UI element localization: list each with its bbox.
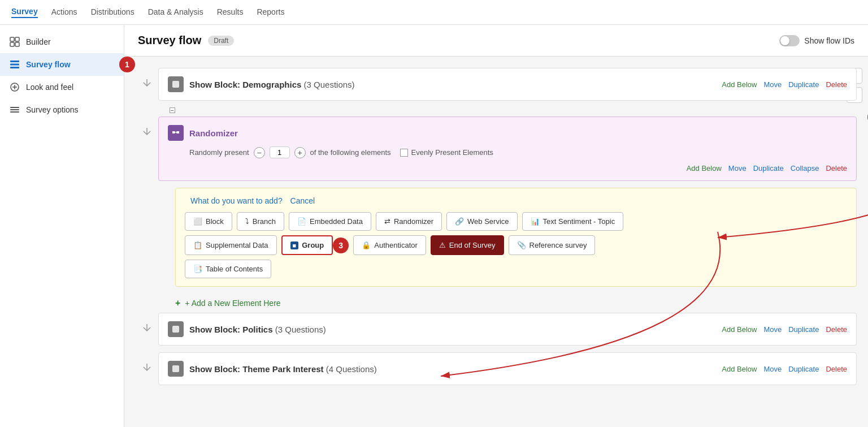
flow-arrow-randomizer xyxy=(141,117,158,138)
group-icon: ■ xyxy=(290,241,299,249)
theme-park-add-below[interactable]: Add Below xyxy=(722,365,757,373)
randomizer-add-below[interactable]: Add Below xyxy=(687,164,722,172)
politics-title: Show Block: Politics (3 Questions) xyxy=(189,325,326,334)
flow-arrow-demographics xyxy=(141,68,158,89)
sidebar: Builder Survey flow 1 Look and feel Surv… xyxy=(0,25,124,427)
svg-rect-6 xyxy=(10,67,19,68)
nav-actions[interactable]: Actions xyxy=(51,7,77,18)
add-reference-btn[interactable]: 📎 Reference survey xyxy=(509,235,596,255)
what-to-add-label: What do you want to add? xyxy=(190,196,283,205)
add-randomizer-btn[interactable]: ⇄ Randomizer xyxy=(376,212,442,231)
svg-rect-2 xyxy=(15,37,19,41)
flow-arrow-politics xyxy=(141,313,158,334)
nav-data-analysis[interactable]: Data & Analysis xyxy=(148,7,203,18)
evenly-present-checkbox[interactable] xyxy=(400,149,408,157)
add-group-btn[interactable]: ■ Group xyxy=(281,235,333,255)
add-embedded-btn[interactable]: 📄 Embedded Data xyxy=(289,212,371,231)
politics-move[interactable]: Move xyxy=(763,325,782,334)
randomizer-duplicate[interactable]: Duplicate xyxy=(753,164,784,172)
of-following-label: of the following elements xyxy=(310,148,391,157)
svg-rect-5 xyxy=(10,64,19,66)
randomizer-actions-footer: Add Below Move Duplicate Collapse Delete xyxy=(168,164,847,172)
svg-rect-3 xyxy=(15,42,19,46)
theme-park-delete[interactable]: Delete xyxy=(826,365,847,373)
add-end-survey-label: End of Survey xyxy=(449,241,496,249)
sidebar-label-options: Survey options xyxy=(26,105,79,114)
theme-park-block-icon xyxy=(168,361,184,377)
add-authenticator-btn[interactable]: 🔒 Authenticator xyxy=(353,235,426,255)
randomizer-collapse[interactable]: Collapse xyxy=(791,164,819,172)
flow-row-theme-park: Show Block: Theme Park Interest (4 Quest… xyxy=(141,352,857,385)
add-block-btn[interactable]: ⬜ Block xyxy=(185,212,232,231)
decrement-btn[interactable]: − xyxy=(254,147,265,158)
politics-actions: Add Below Move Duplicate Delete xyxy=(722,325,847,334)
sidebar-item-survey-options[interactable]: Survey options xyxy=(0,98,124,121)
randomizer-move[interactable]: Move xyxy=(728,164,747,172)
theme-park-block: Show Block: Theme Park Interest (4 Quest… xyxy=(158,352,857,385)
add-branch-btn[interactable]: ⤵ Branch xyxy=(237,212,284,231)
add-embedded-label: Embedded Data xyxy=(310,217,363,226)
sidebar-item-builder[interactable]: Builder xyxy=(0,31,124,53)
politics-delete[interactable]: Delete xyxy=(826,325,847,334)
nav-reports[interactable]: Reports xyxy=(257,7,284,18)
sidebar-item-look-feel[interactable]: Look and feel xyxy=(0,76,124,98)
demographics-add-below[interactable]: Add Below xyxy=(722,80,757,89)
sentiment-icon: 📊 xyxy=(531,217,540,226)
add-new-plus-icon: + xyxy=(175,298,180,308)
show-flow-ids-toggle[interactable] xyxy=(779,35,800,46)
add-sentiment-btn[interactable]: 📊 Text Sentiment - Topic xyxy=(522,212,624,231)
collapse-button[interactable]: − xyxy=(170,107,175,113)
page-title: Survey flow xyxy=(138,34,201,47)
demographics-block: Show Block: Demographics (3 Questions) A… xyxy=(158,68,857,101)
toc-icon: 📑 xyxy=(193,265,202,273)
add-auth-label: Authenticator xyxy=(374,241,418,249)
sidebar-item-survey-flow[interactable]: Survey flow 1 xyxy=(0,53,124,76)
politics-duplicate[interactable]: Duplicate xyxy=(788,325,819,334)
randomizer-title: Randomizer xyxy=(189,128,238,138)
demographics-title: Show Block: Demographics (3 Questions) xyxy=(189,80,355,89)
nav-results[interactable]: Results xyxy=(217,7,244,18)
svg-rect-10 xyxy=(10,111,19,113)
randomly-present-label: Randomly present xyxy=(189,148,249,157)
flow-row-politics: Show Block: Politics (3 Questions) Add B… xyxy=(141,313,857,346)
page-header: Survey flow Draft Show flow IDs xyxy=(124,25,868,57)
theme-park-move[interactable]: Move xyxy=(763,365,782,373)
look-icon xyxy=(9,81,20,93)
add-supplemental-btn[interactable]: 📋 Supplemental Data xyxy=(185,235,277,255)
add-new-element-row[interactable]: + + Add a New Element Here xyxy=(141,294,857,313)
add-toc-btn[interactable]: 📑 Table of Contents xyxy=(185,260,271,278)
add-end-survey-btn[interactable]: ⚠ End of Survey xyxy=(431,235,504,255)
flow-row-randomizer: Randomizer Randomly present − + of the f… xyxy=(141,117,857,181)
demographics-move[interactable]: Move xyxy=(763,80,782,89)
demographics-duplicate[interactable]: Duplicate xyxy=(788,80,819,89)
add-webservice-label: Web Service xyxy=(467,217,509,226)
nav-survey[interactable]: Survey xyxy=(11,7,38,18)
theme-park-duplicate[interactable]: Duplicate xyxy=(788,365,819,373)
add-buttons-row2: 📋 Supplemental Data ■ Group 3 🔒 Authenti… xyxy=(185,235,847,255)
add-block-label: Block xyxy=(206,217,224,226)
add-webservice-btn[interactable]: 🔗 Web Service xyxy=(446,212,517,231)
randomizer-delete[interactable]: Delete xyxy=(826,164,847,172)
collapse-indicator: − xyxy=(141,107,857,113)
increment-btn[interactable]: + xyxy=(294,147,306,158)
flow-icon xyxy=(9,59,20,70)
politics-block-icon xyxy=(168,321,184,337)
evenly-present-label: Evenly Present Elements xyxy=(411,148,493,157)
demographics-delete[interactable]: Delete xyxy=(826,80,847,89)
webservice-icon: 🔗 xyxy=(455,217,464,226)
sidebar-label-flow: Survey flow xyxy=(26,60,71,69)
add-toc-label: Table of Contents xyxy=(206,265,263,273)
add-group-label: Group xyxy=(302,241,324,249)
end-icon: ⚠ xyxy=(439,241,446,249)
annotation-3: 3 xyxy=(333,238,349,253)
nav-distributions[interactable]: Distributions xyxy=(91,7,134,18)
svg-rect-15 xyxy=(172,326,179,333)
add-element-panel: What do you want to add? Cancel ⬜ Block … xyxy=(175,188,857,287)
cancel-link[interactable]: Cancel xyxy=(290,196,315,205)
sidebar-label-builder: Builder xyxy=(26,37,51,46)
block-icon: ⬜ xyxy=(193,217,202,226)
politics-add-below[interactable]: Add Below xyxy=(722,325,757,334)
svg-rect-9 xyxy=(10,109,19,110)
main-layout: Builder Survey flow 1 Look and feel Surv… xyxy=(0,25,868,427)
count-input[interactable] xyxy=(270,146,290,158)
